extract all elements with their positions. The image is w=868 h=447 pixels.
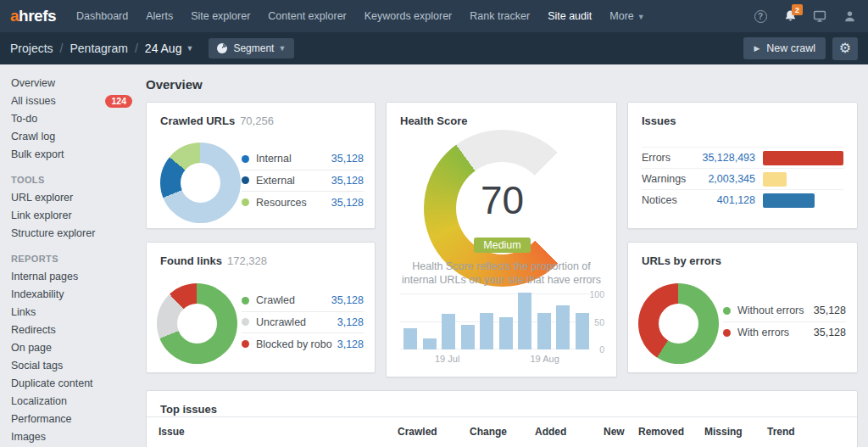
issue-value-link[interactable]: 35,128,493: [693, 152, 755, 164]
column-header-crawled[interactable]: Crawled: [398, 426, 437, 438]
column-header-added[interactable]: Added: [535, 426, 566, 438]
sidebar-item-links[interactable]: Links: [0, 304, 142, 321]
column-header-trend[interactable]: Trend: [767, 426, 795, 438]
legend-row-uncrawled[interactable]: Uncrawled3,128: [242, 312, 364, 334]
issue-value-link[interactable]: 2,003,345: [693, 173, 755, 185]
legend-value-link[interactable]: 35,128: [331, 153, 364, 165]
column-header-missing[interactable]: Missing: [704, 426, 743, 438]
legend-value-link[interactable]: 35,128: [331, 294, 364, 306]
legend-label: Crawled: [256, 294, 326, 306]
trend-bar: [423, 338, 437, 349]
column-header-issue[interactable]: Issue: [159, 426, 185, 438]
legend-value-link[interactable]: 35,128: [331, 175, 364, 187]
legend-value-link[interactable]: 3,128: [337, 338, 364, 350]
issues-rows: Errors35,128,493Warnings2,003,345Notices…: [642, 147, 843, 210]
issue-bar-track: [763, 151, 843, 165]
column-header-change[interactable]: Change: [470, 426, 507, 438]
notification-count-badge: 2: [792, 4, 803, 15]
nav-item-keywords-explorer[interactable]: Keywords explorer: [364, 10, 453, 22]
notifications-button[interactable]: 2: [782, 8, 798, 25]
legend-label: Uncrawled: [256, 316, 332, 328]
sidebar-item-on-page[interactable]: On page: [0, 339, 142, 357]
issue-bar-track: [763, 193, 843, 208]
legend-label: Internal: [256, 153, 326, 165]
breadcrumb-project-name[interactable]: Pentagram: [70, 42, 127, 55]
sidebar-item-redirects[interactable]: Redirects: [0, 321, 142, 339]
help-button[interactable]: ?: [752, 8, 769, 25]
legend-label: External: [256, 175, 326, 187]
sidebar-item-crawl-log[interactable]: Crawl log: [0, 128, 142, 146]
health-score-title: Health Score: [400, 115, 467, 127]
sidebar-item-bulk-export[interactable]: Bulk export: [0, 146, 142, 164]
column-header-removed[interactable]: Removed: [638, 426, 684, 438]
issues-title: Issues: [642, 115, 676, 127]
nav-item-alerts[interactable]: Alerts: [146, 10, 173, 22]
nav-item-site-explorer[interactable]: Site explorer: [191, 10, 250, 22]
y-axis-label: 50: [582, 317, 604, 327]
legend-row-crawled[interactable]: Crawled35,128: [242, 290, 364, 312]
legend-value-link[interactable]: 35,128: [814, 305, 846, 316]
sidebar-section-reports: REPORTS: [0, 250, 142, 268]
sidebar-item-social-tags[interactable]: Social tags: [0, 357, 142, 375]
issue-row-notices: Notices401,128: [642, 189, 843, 210]
health-score-description: Health Score reflects the proportion of …: [398, 260, 604, 287]
crawled-urls-donut-chart: [160, 142, 241, 223]
issue-bar: [763, 193, 815, 208]
trend-bar: [537, 313, 551, 349]
legend-row-internal[interactable]: Internal35,128: [242, 148, 364, 170]
urls-by-errors-legend: Without errors35,128With errors35,128: [723, 300, 846, 344]
legend-row-with-errors[interactable]: With errors35,128: [723, 322, 846, 344]
sidebar-item-performance[interactable]: Performance: [0, 411, 142, 428]
legend-value-link[interactable]: 3,128: [337, 316, 364, 328]
breadcrumb-separator: /: [135, 42, 138, 55]
issue-value-link[interactable]: 401,128: [693, 194, 755, 206]
found-links-card: Found links172,328 Crawled35,128Uncrawle…: [146, 242, 376, 373]
x-axis-label: 19 Aug: [531, 354, 559, 364]
sidebar-item-localization[interactable]: Localization: [0, 393, 142, 411]
sidebar-item-to-do[interactable]: To-do: [0, 110, 142, 128]
help-icon: ?: [754, 10, 767, 23]
column-header-new[interactable]: New: [604, 426, 625, 438]
legend-row-blocked-by-robots-txt[interactable]: Blocked by robots.txt3,128: [242, 333, 364, 355]
x-axis-label: 19 Jul: [435, 354, 459, 364]
nav-item-site-audit[interactable]: Site audit: [548, 10, 592, 22]
sidebar-item-images[interactable]: Images: [0, 428, 142, 446]
chevron-down-icon: ▼: [186, 44, 193, 53]
ahrefs-logo[interactable]: ahrefs: [10, 7, 56, 25]
card-title-text: Issues: [642, 115, 676, 127]
issue-row-warnings: Warnings2,003,345: [642, 168, 843, 189]
new-crawl-button[interactable]: ▶ New crawl: [743, 37, 826, 59]
legend-row-resources[interactable]: Resources35,128: [242, 192, 364, 214]
settings-button[interactable]: ⚙: [832, 37, 858, 60]
crawl-date-label: 24 Aug: [145, 42, 182, 55]
issues-card: Issues Errors35,128,493Warnings2,003,345…: [627, 102, 858, 229]
legend-value-link[interactable]: 35,128: [331, 197, 364, 209]
account-button[interactable]: [841, 8, 858, 25]
sidebar-item-all-issues[interactable]: All issues124: [0, 92, 142, 110]
nav-item-dashboard[interactable]: Dashboard: [76, 10, 128, 22]
sidebar-item-duplicate-content[interactable]: Duplicate content: [0, 375, 142, 393]
trend-bar: [499, 317, 513, 349]
sidebar-item-indexability[interactable]: Indexability: [0, 286, 142, 304]
issue-label: Notices: [642, 194, 693, 206]
breadcrumb-projects[interactable]: Projects: [10, 42, 53, 55]
segment-pie-icon: [217, 43, 227, 53]
legend-value-link[interactable]: 35,128: [814, 327, 846, 338]
nav-item-content-explorer[interactable]: Content explorer: [268, 10, 346, 22]
sidebar-item-overview[interactable]: Overview: [0, 75, 142, 92]
crawl-date-dropdown[interactable]: 24 Aug ▼: [145, 42, 194, 55]
segment-button[interactable]: Segment ▼: [209, 38, 294, 59]
nav-item-more[interactable]: More▼: [609, 10, 644, 22]
academy-button[interactable]: [811, 8, 828, 25]
legend-row-without-errors[interactable]: Without errors35,128: [723, 300, 846, 322]
sidebar-item-internal-pages[interactable]: Internal pages: [0, 268, 142, 286]
crawled-urls-card: Crawled URLs70,256 Internal35,128Externa…: [146, 102, 376, 229]
sidebar-item-url-explorer[interactable]: URL explorer: [0, 189, 142, 207]
issue-label: Errors: [642, 152, 693, 164]
rating-label: Medium: [474, 237, 530, 253]
sidebar-item-structure-explorer[interactable]: Structure explorer: [0, 225, 142, 243]
topbar-icons: ? 2: [752, 8, 858, 25]
nav-item-rank-tracker[interactable]: Rank tracker: [470, 10, 530, 22]
legend-row-external[interactable]: External35,128: [242, 170, 364, 193]
sidebar-item-link-explorer[interactable]: Link explorer: [0, 207, 142, 225]
